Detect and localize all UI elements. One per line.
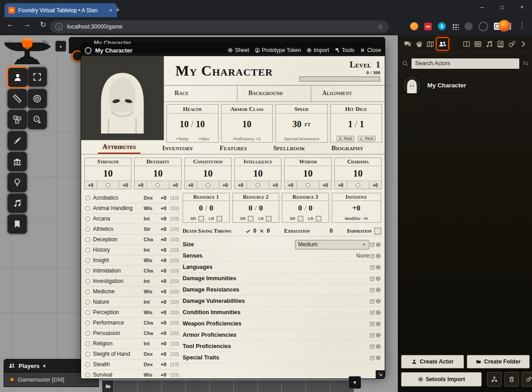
skill-proficiency-pip[interactable] (85, 352, 90, 357)
ability-name[interactable]: Strength (85, 158, 131, 166)
hotbar-slot[interactable] (257, 380, 282, 392)
sr-checkbox[interactable] (198, 216, 204, 221)
maximize-button[interactable]: □ (492, 0, 512, 14)
skill-row[interactable]: Deception Cha +0 (10) (84, 234, 180, 245)
ability-check-mod[interactable]: +0 (169, 181, 181, 189)
sound-controls-tool[interactable] (7, 193, 27, 213)
tile-controls-tool[interactable] (7, 110, 27, 129)
drawing-controls-tool[interactable] (7, 131, 27, 151)
proficiency-pip[interactable] (247, 181, 269, 189)
edit-icon[interactable] (369, 332, 375, 338)
armor-class-box[interactable]: Armor Class 10 Proficiency +2 (221, 104, 273, 143)
5etools-import-button[interactable]: 5etools Import (401, 372, 482, 387)
compendium-tab[interactable] (495, 38, 506, 50)
skill-row[interactable]: Perception Wis +0 (10) (84, 307, 180, 318)
skill-proficiency-pip[interactable] (85, 268, 90, 273)
config-gear-icon[interactable] (375, 253, 381, 259)
ability-block[interactable]: Constitution 10 +0 +0 (184, 158, 232, 189)
actors-tab[interactable] (436, 37, 449, 51)
skill-row[interactable]: Sleight of Hand Dex +0 (10) (84, 349, 180, 359)
reload-button[interactable]: ↻ (40, 20, 46, 29)
ability-block[interactable]: Intelligence 10 +0 +0 (234, 158, 281, 189)
skill-row[interactable]: Animal Handling Wis +0 (10) (84, 203, 180, 214)
skill-name[interactable]: Arcana (93, 215, 144, 222)
skill-name[interactable]: History (93, 247, 144, 253)
skill-row[interactable]: Persuasion Cha +0 (10) (84, 328, 180, 339)
skill-name[interactable]: Religion (93, 340, 144, 347)
skill-row[interactable]: Religion Int +0 (10) (84, 339, 180, 349)
resource-box[interactable]: Resource 3 0 / 0 SR LR (282, 193, 329, 223)
ability-save-mod[interactable]: +0 (235, 181, 247, 189)
skill-name[interactable]: Stealth (93, 361, 144, 368)
ability-save-mod[interactable]: +0 (85, 181, 97, 189)
hotbar-slot[interactable] (233, 380, 258, 392)
hit-dice-current[interactable]: 1 (348, 119, 353, 129)
sr-checkbox[interactable] (298, 216, 303, 221)
address-bar[interactable]: i localhost:30000/game ☆ (50, 20, 389, 33)
skill-proficiency-pip[interactable] (85, 320, 90, 325)
skill-name[interactable]: Medicine (93, 288, 144, 295)
actor-name[interactable]: My Character (427, 82, 466, 89)
character-name-input[interactable]: My Character (164, 62, 292, 79)
config-gear-icon[interactable] (375, 332, 381, 338)
resource-current[interactable]: 0 (298, 204, 302, 213)
skill-name[interactable]: Athletics (93, 226, 144, 232)
background-field[interactable]: Background (237, 85, 311, 101)
tools-button[interactable]: Tools (334, 47, 354, 53)
edit-icon[interactable] (369, 253, 375, 259)
skill-proficiency-pip[interactable] (85, 362, 90, 367)
edit-icon[interactable] (369, 298, 375, 304)
skill-name[interactable]: Deception (93, 236, 144, 243)
lr-checkbox[interactable] (266, 216, 271, 221)
bookmark-star-icon[interactable]: ☆ (377, 23, 383, 30)
proficiency-pip[interactable] (297, 181, 319, 189)
edit-icon[interactable] (369, 344, 375, 349)
skill-proficiency-pip[interactable] (85, 206, 90, 211)
ability-save-mod[interactable]: +0 (135, 181, 147, 189)
ability-score[interactable]: 10 (235, 166, 281, 181)
ability-name[interactable]: Intelligence (235, 158, 281, 166)
hotbar-slot[interactable] (137, 380, 162, 392)
skill-row[interactable]: Medicine Wis +0 (10) (84, 287, 180, 297)
config-gear-icon[interactable] (375, 344, 381, 349)
tab-features[interactable]: Features (215, 143, 251, 154)
edit-icon[interactable] (369, 321, 375, 327)
level-value[interactable]: 1 (376, 60, 381, 70)
ability-name[interactable]: Charisma (335, 158, 381, 166)
window-titlebar[interactable]: My Character Sheet Prototype Token (81, 44, 385, 56)
close-window-button[interactable]: × (512, 0, 532, 14)
create-folder-button[interactable]: Create Folder (467, 355, 530, 368)
hotbar-page-down-button[interactable]: ▼ (348, 376, 361, 389)
skill-name[interactable]: Persuasion (93, 330, 144, 336)
ability-score[interactable]: 10 (85, 166, 131, 181)
ublock-extension-icon[interactable]: uO (424, 23, 432, 30)
skill-proficiency-pip[interactable] (85, 196, 90, 201)
sort-icon[interactable] (522, 60, 529, 67)
import-button[interactable]: Import (306, 47, 329, 53)
proficiency-pip[interactable] (97, 181, 119, 189)
skill-name[interactable]: Sleight of Hand (93, 351, 144, 357)
xp-value[interactable]: 0 / 300 (292, 70, 380, 75)
ability-save-mod[interactable]: +0 (285, 181, 297, 189)
tab-biography[interactable]: Biography (327, 143, 368, 154)
health-box[interactable]: Health 10 / 10 +Temp +Max (166, 104, 218, 143)
minimize-button[interactable]: ─ (472, 0, 492, 14)
skill-row[interactable]: Nature Int +0 (10) (84, 297, 180, 307)
actor-list-item[interactable]: My Character (398, 74, 532, 96)
resource-current[interactable]: 0 (199, 204, 203, 213)
ability-name[interactable]: Constitution (185, 158, 231, 166)
skill-proficiency-pip[interactable] (85, 279, 90, 284)
alignment-field[interactable]: Alignment (311, 85, 385, 101)
extension-ring-icon[interactable] (479, 22, 488, 31)
sr-checkbox[interactable] (248, 216, 253, 221)
tab-attributes[interactable]: Attributes (98, 142, 140, 154)
speed-value[interactable]: 30 (292, 119, 301, 129)
skill-proficiency-pip[interactable] (85, 341, 90, 346)
skill-name[interactable]: Animal Handling (93, 205, 144, 211)
ability-block[interactable]: Strength 10 +0 +0 (84, 158, 131, 189)
resource-max[interactable]: 0 (309, 204, 313, 213)
skill-proficiency-pip[interactable] (85, 216, 90, 221)
skill-proficiency-pip[interactable] (85, 300, 90, 305)
scenes-tab[interactable] (425, 38, 436, 50)
skill-row[interactable]: Acrobatics Dex +0 (10) (84, 193, 180, 203)
